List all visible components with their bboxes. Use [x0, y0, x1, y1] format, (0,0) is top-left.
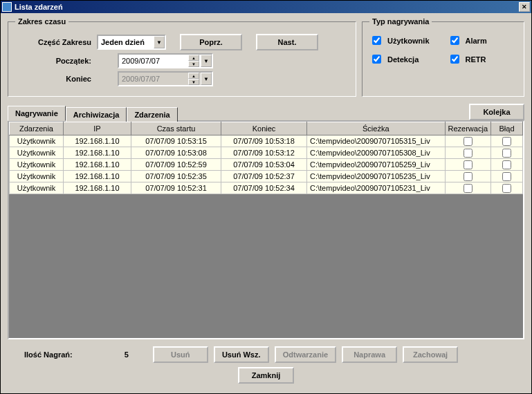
cell-event: Użytkownik: [10, 171, 64, 182]
cell-end: 07/07/09 10:52:34: [221, 182, 307, 194]
end-label: Koniec: [15, 75, 91, 83]
cell-ip: 192.168.1.10: [64, 147, 131, 159]
titlebar: Lista zdarzeń ✕: [1, 1, 531, 13]
tabs: Nagrywanie Archiwizacja Zdarzenia: [8, 106, 178, 120]
reserve-checkbox[interactable]: [464, 184, 473, 193]
recordings-table: Zdarzenia IP Czas startu Koniec Ścieżka …: [9, 122, 523, 194]
cell-start: 07/07/09 10:52:59: [131, 159, 221, 171]
error-checkbox[interactable]: [502, 149, 511, 158]
col-start[interactable]: Czas startu: [131, 122, 221, 135]
table-row[interactable]: Użytkownik192.168.1.1007/07/09 10:52:350…: [10, 171, 523, 182]
delete-button[interactable]: Usuń: [153, 346, 208, 363]
queue-button[interactable]: Kolejka: [469, 104, 524, 120]
cell-path: C:\tempvideo\20090707105259_Liv: [307, 159, 446, 171]
reserve-checkbox[interactable]: [464, 149, 473, 158]
table-row[interactable]: Użytkownik192.168.1.1007/07/09 10:53:150…: [10, 135, 523, 147]
cell-end: 07/07/09 10:52:37: [221, 171, 307, 182]
user-checkbox[interactable]: Użytkownik: [369, 34, 439, 47]
cell-start: 07/07/09 10:53:15: [131, 135, 221, 147]
cell-start: 07/07/09 10:52:31: [131, 182, 221, 194]
cell-path: C:\tempvideo\20090707105315_Liv: [307, 135, 446, 147]
close-button[interactable]: Zamknij: [238, 367, 295, 384]
detect-checkbox[interactable]: Detekcja: [369, 53, 439, 66]
app-icon: [2, 2, 12, 12]
cell-ip: 192.168.1.10: [64, 135, 131, 147]
recording-count-value: 5: [106, 350, 147, 359]
close-icon[interactable]: ✕: [519, 2, 530, 12]
end-date-spinner: ▲▼: [188, 73, 199, 85]
end-date-drop-icon: ▼: [201, 73, 212, 85]
error-checkbox[interactable]: [502, 172, 511, 181]
col-end[interactable]: Koniec: [221, 122, 307, 135]
reserve-checkbox[interactable]: [464, 137, 473, 146]
table-row[interactable]: Użytkownik192.168.1.1007/07/09 10:53:080…: [10, 147, 523, 159]
table-row[interactable]: Użytkownik192.168.1.1007/07/09 10:52:590…: [10, 159, 523, 171]
cell-ip: 192.168.1.10: [64, 182, 131, 194]
next-button[interactable]: Nast.: [256, 34, 318, 50]
recording-type-legend: Typ nagrywania: [369, 17, 432, 26]
cell-end: 07/07/09 10:53:18: [221, 135, 307, 147]
reserve-checkbox[interactable]: [464, 160, 473, 169]
start-date-input[interactable]: ▲▼ ▼: [118, 53, 213, 68]
play-button[interactable]: Odtwarzanie: [275, 346, 336, 363]
alarm-check-input[interactable]: [450, 36, 459, 45]
start-label: Początek:: [15, 57, 91, 65]
repair-button[interactable]: Naprawa: [342, 346, 397, 363]
range-part-input[interactable]: [98, 37, 154, 48]
detect-check-input[interactable]: [372, 55, 381, 64]
alarm-checkbox[interactable]: Alarm: [448, 34, 517, 47]
recording-count-label: Ilość Nagrań:: [24, 350, 73, 359]
cell-event: Użytkownik: [10, 135, 64, 147]
cell-ip: 192.168.1.10: [64, 171, 131, 182]
col-reserve[interactable]: Rezerwacja: [445, 122, 490, 135]
start-date-drop-icon[interactable]: ▼: [201, 55, 212, 67]
cell-path: C:\tempvideo\20090707105308_Liv: [307, 147, 446, 159]
range-part-combo[interactable]: ▼: [97, 35, 166, 50]
tab-archiving[interactable]: Archiwizacja: [66, 107, 127, 122]
cell-event: Użytkownik: [10, 159, 64, 171]
cell-path: C:\tempvideo\20090707105235_Liv: [307, 171, 446, 182]
col-path[interactable]: Ścieżka: [307, 122, 446, 135]
reserve-checkbox[interactable]: [464, 172, 473, 181]
cell-event: Użytkownik: [10, 182, 64, 194]
cell-ip: 192.168.1.10: [64, 159, 131, 171]
col-event[interactable]: Zdarzenia: [10, 122, 64, 135]
time-range-group: Zakres czasu Część Zakresu ▼ Poprz. Nast…: [8, 17, 356, 97]
error-checkbox[interactable]: [502, 184, 511, 193]
start-date-field[interactable]: [119, 55, 188, 66]
retr-check-input[interactable]: [450, 55, 459, 64]
cell-end: 07/07/09 10:53:04: [221, 159, 307, 171]
retr-checkbox[interactable]: RETR: [448, 53, 517, 66]
table-empty-area: [9, 194, 523, 338]
table-row[interactable]: Użytkownik192.168.1.1007/07/09 10:52:310…: [10, 182, 523, 194]
tab-events[interactable]: Zdarzenia: [127, 107, 177, 122]
error-checkbox[interactable]: [502, 160, 511, 169]
cell-start: 07/07/09 10:52:35: [131, 171, 221, 182]
tab-recording[interactable]: Nagrywanie: [8, 106, 66, 121]
start-date-spinner[interactable]: ▲▼: [188, 55, 199, 67]
recording-type-group: Typ nagrywania Użytkownik Alarm Detekcja…: [362, 17, 524, 97]
delete-all-button[interactable]: Usuń Wsz.: [214, 346, 269, 363]
time-range-legend: Zakres czasu: [15, 17, 68, 26]
error-checkbox[interactable]: [502, 137, 511, 146]
chevron-down-icon[interactable]: ▼: [154, 36, 165, 48]
prev-button[interactable]: Poprz.: [180, 34, 242, 50]
window-title: Lista zdarzeń: [15, 3, 63, 11]
event-list-window: Lista zdarzeń ✕ Zakres czasu Część Zakre…: [0, 0, 532, 394]
cell-path: C:\tempvideo\20090707105231_Liv: [307, 182, 446, 194]
cell-start: 07/07/09 10:53:08: [131, 147, 221, 159]
cell-event: Użytkownik: [10, 147, 64, 159]
end-date-input: ▲▼ ▼: [118, 71, 213, 86]
user-check-input[interactable]: [372, 36, 381, 45]
recordings-table-container: Zdarzenia IP Czas startu Koniec Ścieżka …: [8, 120, 524, 339]
range-part-label: Część Zakresu: [15, 38, 91, 46]
cell-end: 07/07/09 10:53:12: [221, 147, 307, 159]
col-error[interactable]: Błąd: [491, 122, 523, 135]
end-date-field: [119, 73, 188, 84]
col-ip[interactable]: IP: [64, 122, 131, 135]
save-button[interactable]: Zachowaj: [403, 346, 458, 363]
